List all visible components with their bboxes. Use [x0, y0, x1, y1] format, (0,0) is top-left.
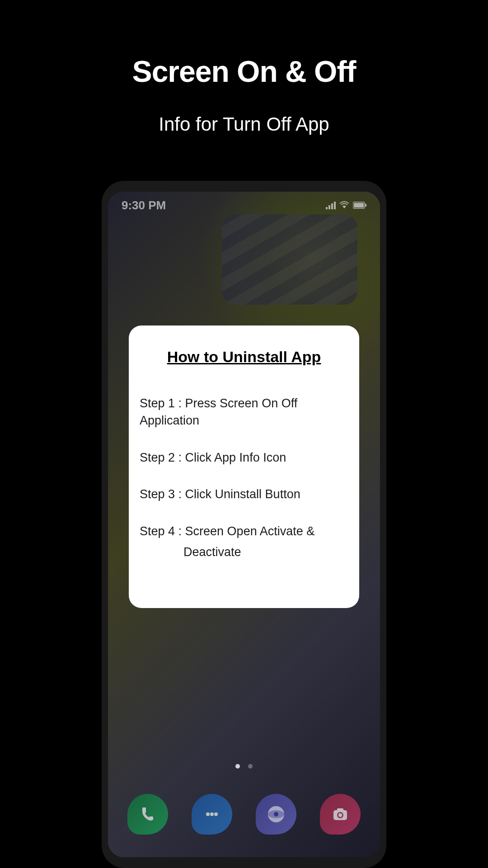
svg-point-16 [338, 813, 342, 817]
wifi-icon [339, 201, 349, 209]
svg-rect-0 [326, 207, 328, 209]
camera-app-icon[interactable] [320, 794, 361, 835]
browser-icon [266, 804, 286, 824]
browser-app-icon[interactable] [256, 794, 296, 835]
messages-app-icon[interactable] [192, 794, 232, 835]
status-icons [326, 201, 366, 209]
status-bar: 9:30 PM [108, 192, 380, 219]
phone-frame: 9:30 PM [102, 181, 386, 868]
svg-point-12 [274, 812, 278, 816]
uninstall-info-dialog: How to Uninstall App Step 1 : Press Scre… [129, 326, 359, 608]
step-4-continuation: Deactivate [140, 544, 348, 561]
page-indicator-2[interactable] [248, 764, 253, 769]
battery-icon [353, 202, 366, 209]
page-title: Screen On & Off [0, 54, 488, 89]
step-4: Step 4 : Screen Open Activate & [140, 523, 348, 540]
phone-icon [139, 805, 157, 823]
camera-icon [331, 805, 350, 824]
svg-rect-5 [354, 203, 364, 208]
signal-icon [326, 201, 336, 209]
svg-rect-2 [331, 203, 333, 209]
status-time: 9:30 PM [122, 198, 166, 212]
step-1: Step 1 : Press Screen On Off Application [140, 395, 348, 429]
step-2: Step 2 : Click App Info Icon [140, 449, 348, 467]
phone-screen: 9:30 PM [108, 192, 380, 857]
svg-rect-6 [365, 204, 366, 207]
svg-point-8 [210, 812, 214, 816]
page-indicator-1[interactable] [235, 764, 240, 769]
svg-rect-14 [337, 808, 343, 811]
page-indicators[interactable] [235, 764, 253, 769]
dialog-title: How to Uninstall App [140, 348, 348, 366]
svg-point-9 [214, 812, 218, 816]
dock [127, 794, 361, 835]
page-subtitle: Info for Turn Off App [0, 113, 488, 135]
svg-rect-3 [334, 202, 336, 209]
step-3: Step 3 : Click Uninstall Button [140, 486, 348, 503]
svg-point-7 [206, 812, 210, 816]
phone-app-icon[interactable] [127, 794, 168, 835]
messages-icon [202, 805, 221, 824]
svg-rect-1 [328, 205, 330, 209]
